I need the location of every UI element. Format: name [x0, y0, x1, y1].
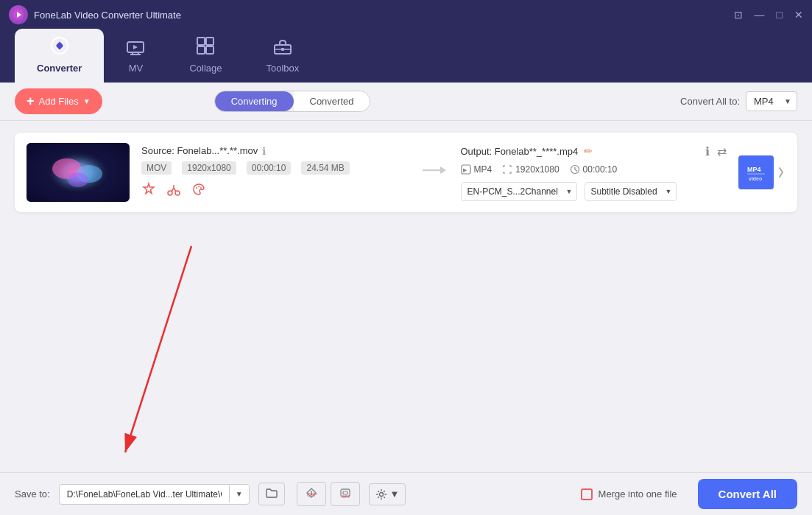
- app-icon: [9, 5, 28, 24]
- tab-mv[interactable]: MV: [104, 33, 167, 83]
- convert-all-to-group: Convert All to: MP4 MKV AVI MOV: [680, 91, 797, 111]
- svg-text:video: video: [749, 176, 762, 181]
- caption-icon[interactable]: ⊡: [734, 9, 743, 21]
- svg-rect-8: [197, 38, 205, 45]
- subtitle-select[interactable]: Subtitle Disabled: [585, 182, 677, 201]
- file-info: Source: Fonelab...**.**.mov ℹ MOV 1920x1…: [141, 145, 408, 200]
- tab-collage-label: Collage: [189, 63, 222, 74]
- source-label: Source: Fonelab...**.**.mov: [141, 145, 258, 156]
- output-path: Output: Fonelab**_****.mp4 ✏ ℹ ⇄: [461, 144, 727, 158]
- svg-rect-11: [206, 46, 213, 54]
- add-files-label: Add Files: [39, 96, 79, 107]
- merge-label: Merge into one file: [599, 488, 677, 500]
- svg-text:▶: ▶: [463, 167, 467, 172]
- format-select-wrap: MP4 MKV AVI MOV: [746, 91, 797, 111]
- output-duration-meta: 00:00:10: [570, 164, 618, 175]
- app-title: FoneLab Video Converter Ultimate: [34, 10, 181, 21]
- file-duration: 00:00:10: [247, 161, 292, 175]
- output-info-icon[interactable]: ℹ: [705, 144, 710, 158]
- plus-icon: +: [27, 94, 35, 109]
- output-info: Output: Fonelab**_****.mp4 ✏ ℹ ⇄ ▶ MP4 1…: [461, 144, 727, 201]
- bottom-bar: Save to: ▼ OFF OFF ▼: [0, 472, 812, 515]
- merge-checkbox[interactable]: [581, 488, 593, 500]
- svg-marker-29: [440, 167, 446, 174]
- tab-converter[interactable]: Converter: [15, 29, 104, 83]
- format-chevron-icon[interactable]: [777, 165, 785, 180]
- svg-line-38: [125, 246, 191, 452]
- source-info-icon[interactable]: ℹ: [262, 145, 266, 157]
- file-size: 24.54 MB: [301, 161, 349, 175]
- output-path-label: Output: Fonelab**_****.mp4: [461, 146, 579, 157]
- output-settings-icon[interactable]: ⇄: [717, 144, 727, 158]
- cut-icon[interactable]: [166, 182, 181, 200]
- svg-point-26: [198, 186, 200, 187]
- output-format-badge[interactable]: MP4 video: [738, 155, 774, 189]
- output-edit-icon[interactable]: ✏: [584, 145, 593, 157]
- audio-select-wrap: EN-PCM_S...2Channel: [461, 182, 577, 201]
- annotation-arrow: [110, 239, 272, 472]
- tab-converter-label: Converter: [37, 63, 82, 74]
- save-path-dropdown[interactable]: ▼: [229, 486, 249, 502]
- svg-point-3: [57, 43, 62, 48]
- file-source: Source: Fonelab...**.**.mov ℹ: [141, 145, 408, 157]
- settings-button[interactable]: ▼: [369, 483, 406, 505]
- output-duration-value: 00:00:10: [583, 164, 618, 175]
- output-format-value: MP4: [474, 164, 493, 175]
- svg-line-22: [172, 188, 174, 192]
- toolbar: + Add Files ▼ Converting Converted Conve…: [0, 83, 812, 121]
- svg-point-27: [200, 187, 202, 189]
- file-thumbnail: [27, 143, 130, 202]
- add-files-button[interactable]: + Add Files ▼: [15, 88, 102, 114]
- maximize-button[interactable]: □: [777, 9, 783, 21]
- svg-text:OFF: OFF: [307, 492, 317, 497]
- convert-arrow: [420, 159, 449, 186]
- file-resolution: 1920x1080: [182, 161, 236, 175]
- effects-icon[interactable]: [141, 182, 156, 200]
- output-selects: EN-PCM_S...2Channel Subtitle Disabled: [461, 182, 727, 201]
- convert-all-button[interactable]: Convert All: [698, 479, 797, 509]
- acceleration-off-button[interactable]: OFF: [297, 482, 326, 506]
- converter-icon: [50, 36, 69, 60]
- conversion-tab-group: Converting Converted: [214, 91, 371, 112]
- output-resolution-value: 1920x1080: [515, 164, 559, 175]
- output-meta-row: ▶ MP4 1920x1080 00:00:10: [461, 164, 727, 175]
- settings-chevron: ▼: [390, 488, 400, 500]
- file-meta: MOV 1920x1080 00:00:10 24.54 MB: [141, 161, 408, 175]
- tab-collage[interactable]: Collage: [167, 29, 244, 83]
- svg-point-19: [68, 172, 88, 187]
- toolbox-icon: [273, 38, 292, 60]
- svg-point-44: [379, 492, 383, 496]
- title-bar: FoneLab Video Converter Ultimate ⊡ — □ ✕: [0, 0, 812, 29]
- svg-text:MP4: MP4: [747, 166, 761, 173]
- converted-tab[interactable]: Converted: [294, 91, 370, 111]
- browse-folder-button[interactable]: [258, 483, 285, 505]
- file-card: Source: Fonelab...**.**.mov ℹ MOV 1920x1…: [15, 133, 797, 212]
- merge-wrap: Merge into one file: [581, 488, 677, 500]
- boost-buttons: OFF OFF: [297, 482, 360, 506]
- minimize-button[interactable]: —: [755, 9, 765, 21]
- save-path-input[interactable]: [60, 485, 229, 504]
- svg-rect-14: [281, 48, 284, 51]
- svg-line-23: [174, 188, 176, 192]
- tab-toolbox[interactable]: Toolbox: [244, 30, 322, 83]
- nav-bar: Converter MV Collage: [0, 29, 812, 83]
- output-format-meta: ▶ MP4: [461, 164, 493, 175]
- svg-rect-10: [197, 46, 205, 54]
- hardware-acceleration-button[interactable]: OFF: [331, 482, 360, 506]
- palette-icon[interactable]: [191, 182, 206, 200]
- convert-all-to-label: Convert All to:: [680, 96, 740, 107]
- svg-point-25: [196, 187, 197, 189]
- save-to-label: Save to:: [15, 488, 50, 500]
- output-resolution-meta: 1920x1080: [502, 164, 559, 175]
- file-actions: [141, 182, 408, 200]
- format-select[interactable]: MP4 MKV AVI MOV: [746, 91, 797, 111]
- file-format: MOV: [141, 161, 172, 175]
- converting-tab[interactable]: Converting: [215, 91, 294, 111]
- main-content: Source: Fonelab...**.**.mov ℹ MOV 1920x1…: [0, 121, 812, 472]
- mv-icon: [126, 41, 145, 60]
- title-bar-controls: ⊡ — □ ✕: [734, 9, 803, 21]
- add-files-chevron: ▼: [83, 97, 91, 105]
- close-button[interactable]: ✕: [794, 9, 803, 21]
- tab-toolbox-label: Toolbox: [266, 63, 300, 74]
- audio-select[interactable]: EN-PCM_S...2Channel: [461, 182, 577, 201]
